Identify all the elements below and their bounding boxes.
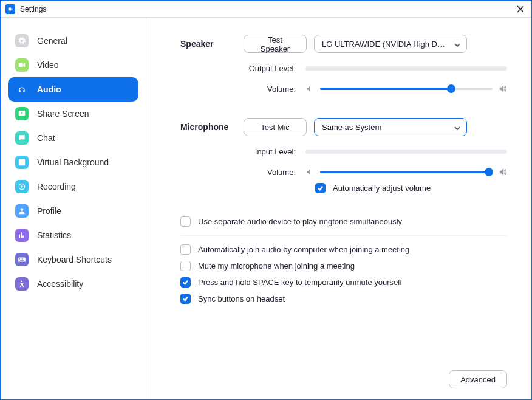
test-speaker-button[interactable]: Test Speaker bbox=[244, 35, 307, 53]
chat-icon bbox=[15, 131, 29, 145]
settings-window: Settings GeneralVideoAudioShare ScreenCh… bbox=[0, 0, 532, 400]
svg-point-3 bbox=[21, 185, 23, 188]
speaker-device-select[interactable]: LG ULTRAWIDE (NVIDIA High Defi... bbox=[314, 35, 467, 53]
auto-adjust-volume-checkbox[interactable] bbox=[315, 183, 326, 193]
advanced-button[interactable]: Advanced bbox=[449, 370, 507, 388]
close-button[interactable] bbox=[514, 3, 527, 15]
sidebar-item-statistics[interactable]: Statistics bbox=[8, 223, 138, 247]
audio-option-checkbox[interactable] bbox=[180, 294, 191, 304]
speaker-volume-slider[interactable] bbox=[320, 84, 493, 94]
test-mic-button[interactable]: Test Mic bbox=[244, 118, 307, 136]
divider bbox=[180, 235, 507, 236]
input-level-meter bbox=[305, 150, 507, 154]
chevron-down-icon bbox=[454, 124, 460, 130]
audio-settings-panel: Speaker Test Speaker LG ULTRAWIDE (NVIDI… bbox=[146, 18, 531, 399]
sidebar-item-label: Profile bbox=[37, 206, 61, 216]
svg-rect-7 bbox=[21, 258, 21, 259]
app-icon bbox=[5, 4, 15, 14]
window-title: Settings bbox=[20, 5, 46, 13]
speaker-device-value: LG ULTRAWIDE (NVIDIA High Defi... bbox=[322, 40, 449, 49]
sidebar-item-label: Share Screen bbox=[37, 109, 89, 119]
svg-point-11 bbox=[21, 281, 22, 282]
output-level-meter bbox=[305, 66, 507, 71]
volume-max-icon bbox=[499, 168, 507, 176]
mic-volume-label: Volume: bbox=[180, 168, 305, 177]
sidebar-item-chat[interactable]: Chat bbox=[8, 126, 138, 150]
chevron-down-icon bbox=[454, 41, 460, 47]
sidebar: GeneralVideoAudioShare ScreenChatVirtual… bbox=[1, 18, 146, 399]
separate-ringtone-checkbox[interactable] bbox=[180, 216, 191, 227]
keyboard-icon bbox=[15, 253, 29, 266]
recording-icon bbox=[15, 180, 29, 193]
audio-option-row: Sync buttons on headset bbox=[180, 294, 507, 304]
microphone-section: Microphone Test Mic Same as System Input… bbox=[180, 118, 507, 203]
video-icon bbox=[15, 58, 29, 72]
audio-options: Automatically join audio by computer whe… bbox=[180, 244, 507, 310]
speaker-volume-label: Volume: bbox=[180, 84, 305, 94]
sidebar-item-label: Accessibility bbox=[37, 279, 83, 289]
sidebar-item-profile[interactable]: Profile bbox=[8, 199, 138, 223]
titlebar: Settings bbox=[1, 1, 531, 18]
statistics-icon bbox=[15, 229, 29, 242]
svg-rect-8 bbox=[22, 258, 23, 259]
sidebar-item-recording[interactable]: Recording bbox=[8, 174, 138, 199]
sidebar-item-label: Keyboard Shortcuts bbox=[37, 255, 112, 264]
headphones-icon bbox=[15, 83, 29, 96]
audio-option-checkbox[interactable] bbox=[180, 277, 191, 288]
svg-rect-6 bbox=[19, 258, 20, 259]
audio-option-label: Automatically join audio by computer whe… bbox=[198, 245, 409, 254]
sidebar-item-label: Audio bbox=[37, 84, 61, 94]
output-level-label: Output Level: bbox=[180, 64, 305, 73]
svg-point-4 bbox=[21, 208, 24, 211]
sidebar-item-label: Recording bbox=[37, 182, 76, 191]
microphone-heading: Microphone bbox=[180, 122, 244, 132]
sidebar-item-label: General bbox=[37, 36, 67, 46]
mic-volume-slider[interactable] bbox=[320, 167, 493, 177]
accessibility-icon bbox=[15, 277, 29, 291]
share-screen-icon bbox=[15, 107, 29, 120]
sidebar-item-virtual-background[interactable]: Virtual Background bbox=[8, 150, 138, 174]
svg-rect-10 bbox=[20, 260, 24, 261]
svg-rect-1 bbox=[20, 160, 24, 164]
audio-option-label: Press and hold SPACE key to temporarily … bbox=[198, 278, 402, 287]
gear-icon bbox=[15, 34, 29, 47]
separate-ringtone-label: Use separate audio device to play ringto… bbox=[198, 217, 402, 226]
speaker-section: Speaker Test Speaker LG ULTRAWIDE (NVIDI… bbox=[180, 35, 507, 105]
audio-option-row: Press and hold SPACE key to temporarily … bbox=[180, 277, 507, 288]
auto-adjust-volume-label: Automatically adjust volume bbox=[333, 184, 431, 193]
audio-option-row: Mute my microphone when joining a meetin… bbox=[180, 261, 507, 271]
profile-icon bbox=[15, 204, 29, 218]
volume-min-icon bbox=[305, 84, 314, 93]
volume-min-icon bbox=[305, 168, 314, 176]
input-level-label: Input Level: bbox=[180, 147, 305, 156]
virtual-bg-icon bbox=[15, 156, 29, 169]
sidebar-item-video[interactable]: Video bbox=[8, 53, 138, 77]
svg-rect-5 bbox=[18, 258, 26, 262]
sidebar-item-audio[interactable]: Audio bbox=[8, 77, 138, 102]
sidebar-item-label: Video bbox=[37, 60, 59, 70]
audio-option-label: Mute my microphone when joining a meetin… bbox=[198, 261, 355, 271]
sidebar-item-keyboard-shortcuts[interactable]: Keyboard Shortcuts bbox=[8, 247, 138, 272]
sidebar-item-share-screen[interactable]: Share Screen bbox=[8, 102, 138, 126]
sidebar-item-accessibility[interactable]: Accessibility bbox=[8, 272, 138, 296]
microphone-device-value: Same as System bbox=[322, 123, 381, 132]
volume-max-icon bbox=[499, 84, 507, 93]
audio-option-checkbox[interactable] bbox=[180, 261, 191, 271]
audio-option-label: Sync buttons on headset bbox=[198, 294, 285, 303]
svg-rect-9 bbox=[24, 258, 24, 259]
sidebar-item-label: Virtual Background bbox=[37, 157, 109, 167]
sidebar-item-label: Chat bbox=[37, 133, 55, 143]
speaker-heading: Speaker bbox=[180, 39, 244, 49]
audio-option-checkbox[interactable] bbox=[180, 244, 191, 255]
audio-option-row: Automatically join audio by computer whe… bbox=[180, 244, 507, 255]
sidebar-item-general[interactable]: General bbox=[8, 29, 138, 53]
sidebar-item-label: Statistics bbox=[37, 230, 71, 240]
microphone-device-select[interactable]: Same as System bbox=[314, 118, 467, 136]
